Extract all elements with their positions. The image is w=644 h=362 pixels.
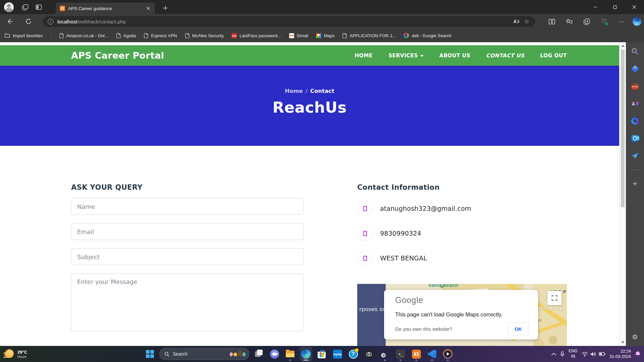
microsoft-store-button[interactable] — [315, 347, 328, 361]
sidebar-outlook-icon[interactable] — [631, 134, 639, 143]
query-form-section: ASK YOUR QUERY — [71, 183, 304, 346]
map-watermark-left: rposes on — [359, 306, 386, 312]
page-title: ReachUs — [0, 99, 619, 116]
sidebar-shopping-icon[interactable] — [631, 64, 639, 73]
address-bar[interactable]: i localhost/webhack/contact.php A ☆ — [43, 16, 535, 27]
favorites-list-icon[interactable] — [563, 15, 576, 28]
bookmark-application[interactable]: APPLICATION FOR J... — [342, 33, 395, 38]
tab-actions-icon[interactable] — [32, 0, 45, 14]
screen: APS Career guidance i localhost/webhack/… — [0, 0, 644, 362]
split-screen-icon[interactable] — [545, 15, 558, 28]
sidebar-games-icon[interactable]: ♟♜ — [631, 99, 639, 108]
nav-contact-us[interactable]: CONTACT US — [486, 53, 524, 59]
collections-add-icon[interactable] — [580, 15, 593, 28]
subject-field[interactable] — [71, 248, 304, 265]
nav-home[interactable]: HOME — [355, 53, 373, 59]
wifi-icon — [582, 352, 588, 357]
profile-avatar[interactable] — [4, 2, 14, 12]
page-scrollbar[interactable] — [619, 42, 626, 346]
map-watermark-right: lopment p — [535, 305, 564, 311]
taskbar-search[interactable]: Search — [159, 348, 249, 360]
chat-app-button[interactable] — [268, 347, 281, 361]
close-button[interactable] — [625, 0, 644, 14]
network-volume-battery[interactable] — [582, 352, 605, 357]
sidebar-customize-icon[interactable]: + — [631, 179, 639, 188]
favorite-star-icon[interactable]: ☆ — [522, 16, 532, 26]
vscode-app-button[interactable] — [426, 347, 438, 361]
settings-menu-icon[interactable]: ⋯ — [615, 15, 628, 28]
sidebar-settings-icon[interactable]: ⚙ — [631, 333, 639, 341]
bookmark-amazon[interactable]: Amazon.co.uk - Onl... — [59, 33, 108, 38]
map-fullscreen-button[interactable] — [547, 291, 561, 305]
file-explorer-button[interactable] — [284, 347, 297, 361]
minimize-button[interactable] — [586, 0, 605, 14]
breadcrumb-home-link[interactable]: Home — [285, 88, 303, 94]
site-nav-links: HOME SERVICES ABOUT US CONTACT US LOG OU… — [355, 53, 567, 59]
edge-app-button[interactable] — [300, 347, 312, 361]
lastpass-icon: ••• — [232, 33, 237, 38]
message-field[interactable] — [71, 274, 304, 331]
site-brand[interactable]: APS Career Portal — [71, 50, 164, 61]
camera-app-button[interactable] — [363, 347, 375, 361]
bookmark-gmail[interactable]: Gmail — [289, 33, 308, 38]
browser-essentials-icon[interactable]: ♡ — [598, 15, 610, 28]
maps-ok-button[interactable]: OK — [508, 322, 529, 335]
media-player-button[interactable] — [441, 347, 454, 361]
missing-glyph-icon — [363, 231, 367, 236]
bookmark-label: APPLICATION FOR J... — [350, 33, 395, 38]
scrollbar-thumb[interactable] — [621, 50, 625, 207]
tab-close-icon[interactable] — [145, 5, 152, 12]
notification-bell-icon[interactable] — [635, 351, 641, 357]
page-icon — [59, 33, 64, 38]
maximize-button[interactable] — [605, 0, 625, 14]
bookmark-dell-search[interactable]: dell - Google Search — [404, 33, 451, 38]
myhp-app-button[interactable]: myhp — [331, 347, 344, 361]
chess-rook-icon: ♜ — [635, 101, 639, 107]
nav-log-out[interactable]: LOG OUT — [540, 53, 567, 59]
avatar-head-icon — [7, 4, 11, 8]
sidebar-drop-icon[interactable] — [631, 152, 639, 160]
url-host: localhost — [57, 19, 77, 24]
bookmark-agoda[interactable]: Agoda — [116, 33, 136, 38]
nav-about-us[interactable]: ABOUT US — [439, 53, 471, 59]
sidebar-search-icon[interactable] — [631, 47, 639, 56]
bookmark-lastpass[interactable]: ••• LastPass password... — [232, 33, 281, 38]
new-tab-button[interactable] — [160, 3, 170, 13]
microphone-icon[interactable] — [560, 351, 565, 357]
terminal-app-button[interactable]: >_ — [394, 347, 407, 361]
read-aloud-icon[interactable]: A — [512, 16, 522, 26]
bookmark-mcafee[interactable]: McAfee Security — [185, 33, 224, 38]
bookmark-maps[interactable]: Maps — [316, 33, 335, 38]
weather-widget[interactable]: 29°C Haze — [3, 349, 27, 360]
nav-services[interactable]: SERVICES — [388, 53, 424, 59]
search-highlight-image[interactable] — [230, 352, 247, 356]
task-view-button[interactable] — [252, 347, 265, 361]
bookmark-express-vpn[interactable]: Express VPN — [144, 33, 177, 38]
tray-overflow-chevron[interactable] — [551, 353, 556, 356]
maps-own-website-link[interactable]: Do you own this website? — [395, 326, 452, 332]
name-field[interactable] — [71, 198, 304, 215]
browser-tab[interactable]: APS Career guidance — [56, 3, 155, 14]
bookmark-import-favorites[interactable]: Import favorites — [5, 33, 43, 38]
scroll-down-arrow[interactable] — [621, 341, 625, 344]
sidebar-tools-icon[interactable] — [631, 82, 639, 90]
language-indicator[interactable]: ENGIN — [569, 349, 578, 359]
clock-widget[interactable]: 22:2431-03-2024 — [609, 349, 631, 360]
google-map-embed[interactable]: Sand Beach VILE P lopment p Hwy rposes o… — [357, 284, 567, 346]
chrome-app-button[interactable] — [378, 347, 391, 361]
refresh-button[interactable] — [22, 15, 35, 28]
sidebar-m365-icon[interactable] — [631, 117, 639, 125]
tab-title: APS Career guidance — [68, 6, 145, 11]
outlook-icon — [632, 135, 638, 142]
url-text: localhost/webhack/contact.php — [57, 19, 512, 24]
back-button[interactable] — [3, 15, 16, 28]
query-form — [71, 198, 304, 331]
scroll-up-arrow[interactable] — [621, 45, 625, 47]
email-field[interactable] — [71, 223, 304, 240]
xampp-app-button[interactable] — [410, 347, 423, 361]
hp-support-button[interactable]: ? — [347, 347, 360, 361]
copilot-icon[interactable] — [633, 17, 641, 26]
site-info-icon[interactable]: i — [48, 19, 53, 24]
workspaces-icon[interactable] — [18, 0, 32, 14]
start-button[interactable] — [144, 347, 156, 361]
